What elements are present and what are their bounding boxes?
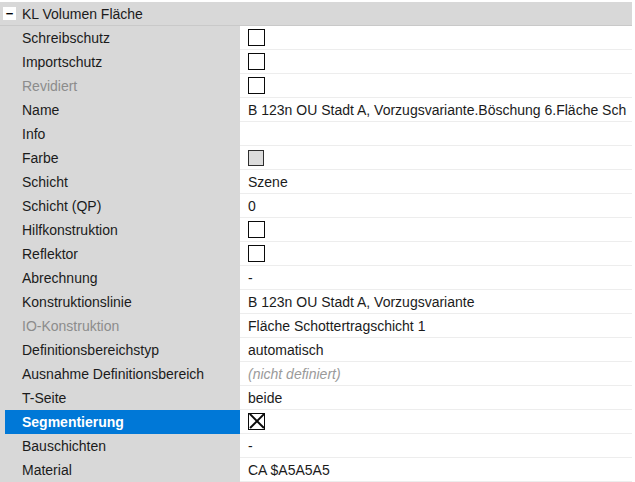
t-seite-value[interactable]: beide — [240, 386, 632, 410]
property-row-farbe[interactable]: Farbe — [0, 146, 632, 170]
property-label: Segmentierung — [22, 414, 124, 430]
property-label: IO-Konstruktion — [22, 318, 119, 334]
property-label: Schicht — [22, 174, 68, 190]
bauschichten-value[interactable]: - — [240, 434, 632, 458]
property-label: Abrechnung — [22, 270, 98, 286]
property-row-io-konstruktion[interactable]: IO-Konstruktion Fläche Schottertragschic… — [0, 314, 632, 338]
property-row-konstruktionslinie[interactable]: Konstruktionslinie B 123n OU Stadt A, Vo… — [0, 290, 632, 314]
property-row-segmentierung[interactable]: Segmentierung — [0, 410, 632, 434]
group-header-kl-volumen-flaeche[interactable]: − KL Volumen Fläche — [0, 2, 632, 26]
property-label: Revidiert — [22, 78, 77, 94]
property-grid: − KL Volumen Fläche Schreibschutz Import… — [0, 0, 632, 482]
definitionsbereichstyp-value[interactable]: automatisch — [240, 338, 632, 362]
property-label: Definitionsbereichstyp — [22, 342, 159, 358]
property-row-definitionsbereichstyp[interactable]: Definitionsbereichstyp automatisch — [0, 338, 632, 362]
property-row-importschutz[interactable]: Importschutz — [0, 50, 632, 74]
property-label: T-Seite — [22, 390, 66, 406]
io-konstruktion-value[interactable]: Fläche Schottertragschicht 1 — [240, 314, 632, 338]
property-label: Material — [22, 462, 72, 478]
property-label: Bauschichten — [22, 438, 106, 454]
property-label: Info — [22, 126, 45, 142]
name-value[interactable]: B 123n OU Stadt A, Vorzugsvariante.Bösch… — [240, 98, 632, 122]
property-label: Ausnahme Definitionsbereich — [22, 366, 204, 382]
property-row-revidiert[interactable]: Revidiert — [0, 74, 632, 98]
revidiert-checkbox[interactable] — [248, 77, 265, 94]
material-value[interactable]: CA $A5A5A5 — [240, 458, 632, 482]
property-row-reflektor[interactable]: Reflektor — [0, 242, 632, 266]
property-row-t-seite[interactable]: T-Seite beide — [0, 386, 632, 410]
property-row-ausnahme-definitionsbereich[interactable]: Ausnahme Definitionsbereich (nicht defin… — [0, 362, 632, 386]
farbe-color-swatch[interactable] — [248, 150, 264, 166]
property-row-schicht-qp[interactable]: Schicht (QP) 0 — [0, 194, 632, 218]
schreibschutz-checkbox[interactable] — [248, 29, 265, 46]
property-label: Reflektor — [22, 246, 78, 262]
schicht-qp-value[interactable]: 0 — [240, 194, 632, 218]
segmentierung-checkbox[interactable] — [248, 413, 265, 430]
collapse-icon[interactable]: − — [3, 7, 16, 20]
property-label: Importschutz — [22, 54, 102, 70]
property-row-material[interactable]: Material CA $A5A5A5 — [0, 458, 632, 482]
property-label: Name — [22, 102, 59, 118]
property-label: Schicht (QP) — [22, 198, 101, 214]
schicht-value[interactable]: Szene — [240, 170, 632, 194]
property-grid-panel: − KL Volumen Fläche Schreibschutz Import… — [0, 0, 635, 482]
reflektor-checkbox[interactable] — [248, 245, 265, 262]
hilfkonstruktion-checkbox[interactable] — [248, 221, 265, 238]
konstruktionslinie-value[interactable]: B 123n OU Stadt A, Vorzugsvariante — [240, 290, 632, 314]
property-row-schreibschutz[interactable]: Schreibschutz — [0, 26, 632, 50]
property-row-name[interactable]: Name B 123n OU Stadt A, Vorzugsvariante.… — [0, 98, 632, 122]
property-row-schicht[interactable]: Schicht Szene — [0, 170, 632, 194]
property-row-abrechnung[interactable]: Abrechnung - — [0, 266, 632, 290]
property-row-bauschichten[interactable]: Bauschichten - — [0, 434, 632, 458]
importschutz-checkbox[interactable] — [248, 53, 265, 70]
property-row-hilfkonstruktion[interactable]: Hilfkonstruktion — [0, 218, 632, 242]
abrechnung-value[interactable]: - — [240, 266, 632, 290]
ausnahme-definitionsbereich-value[interactable]: (nicht definiert) — [240, 362, 632, 386]
property-label: Schreibschutz — [22, 30, 110, 46]
property-label: Hilfkonstruktion — [22, 222, 118, 238]
property-label: Konstruktionslinie — [22, 294, 132, 310]
property-row-info[interactable]: Info — [0, 122, 632, 146]
info-value[interactable] — [240, 122, 632, 146]
group-header-title: KL Volumen Fläche — [22, 6, 143, 22]
property-label: Farbe — [22, 150, 59, 166]
